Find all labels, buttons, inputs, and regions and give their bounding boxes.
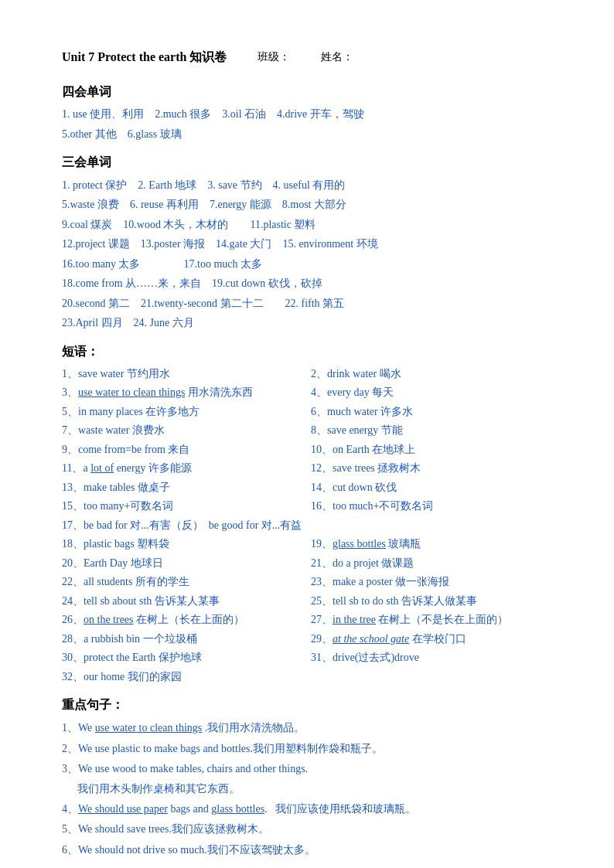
phrase-9-full: 17、be bad for 对...有害（反） be good for 对...… [62, 516, 560, 536]
phrase-13-left: 24、tell sb about sth 告诉某人某事 [62, 592, 311, 611]
phrase-16-right: 31、drive(过去式)drove [311, 648, 560, 668]
phrase-6-right: 12、save trees 拯救树木 [311, 459, 560, 478]
phrase-10-left: 18、plastic bags 塑料袋 [62, 535, 311, 554]
phrase-15-left: 28、a rubbish bin 一个垃圾桶 [62, 630, 311, 649]
three-words-line-1: 1. protect 保护 2. Earth 地球 3. save 节约 4. … [62, 176, 560, 196]
phrase-4-left: 7、waste water 浪费水 [62, 421, 311, 441]
sentence-5: 5、We should save trees.我们应该拯救树木。 [62, 819, 560, 839]
phrase-row-17: 32、our home 我们的家园 [62, 668, 560, 687]
phrase-11-right: 21、do a projet 做课题 [311, 554, 560, 574]
phrase-row-14: 26、on the trees 在树上（长在上面的） 27、in the tre… [62, 611, 560, 630]
phrase-1-right: 2、drink water 喝水 [311, 365, 560, 384]
phrase-row-7: 13、make tables 做桌子 14、cut down 砍伐 [62, 478, 560, 498]
phrase-8-left: 15、too many+可数名词 [62, 497, 311, 516]
phrase-17-left: 32、our home 我们的家园 [62, 668, 311, 687]
sentence-3-cont: 我们用木头制作桌椅和其它东西。 [77, 779, 560, 798]
sentence-6: 6、We should not drive so much.我们不应该驾驶太多。 [62, 840, 560, 859]
phrase-2-right: 4、every day 每天 [311, 383, 560, 403]
phrase-5-right: 10、on Earth 在地球上 [311, 441, 560, 460]
phrase-1-left: 1、save water 节约用水 [62, 365, 311, 384]
phrase-row-2: 3、use water to clean things 用水清洗东西 4、eve… [62, 383, 560, 403]
phrases-heading: 短语： [62, 341, 560, 362]
phrase-3-right: 6、much water 许多水 [311, 403, 560, 422]
phrase-16-left: 30、protect the Earth 保护地球 [62, 648, 311, 668]
sentence-4: 4、We should use paper bags and glass bot… [62, 799, 560, 819]
sentences-heading: 重点句子： [62, 694, 560, 715]
phrase-8-right: 16、too much+不可数名词 [311, 497, 560, 516]
page-title: Unit 7 Protect the earth 知识卷 班级： 姓名： [62, 46, 560, 67]
phrase-12-left: 22、all students 所有的学生 [62, 573, 311, 592]
phrase-row-1: 1、save water 节约用水 2、drink water 喝水 [62, 365, 560, 384]
phrase-row-6: 11、a lot of energy 许多能源 12、save trees 拯救… [62, 459, 560, 478]
phrase-11-left: 20、Earth Day 地球日 [62, 554, 311, 574]
phrase-6-left: 11、a lot of energy 许多能源 [62, 459, 311, 478]
phrase-17-right [311, 668, 560, 687]
three-words-line-6: 18.come from 从……来，来自 19.cut down 砍伐，砍掉 [62, 274, 560, 294]
phrase-row-4: 7、waste water 浪费水 8、save energy 节能 [62, 421, 560, 441]
key-sentences-section: 重点句子： 1、We use water to clean things .我们… [62, 694, 560, 859]
phrase-row-5: 9、come from=be from 来自 10、on Earth 在地球上 [62, 441, 560, 460]
four-words-line-2: 5.other 其他 6.glass 玻璃 [62, 125, 560, 145]
three-words-heading: 三会单词 [62, 151, 560, 172]
phrase-row-9: 17、be bad for 对...有害（反） be good for 对...… [62, 516, 560, 536]
phrase-row-11: 20、Earth Day 地球日 21、do a projet 做课题 [62, 554, 560, 574]
sentence-2: 2、We use plastic to make bags and bottle… [62, 739, 560, 758]
phrase-row-16: 30、protect the Earth 保护地球 31、drive(过去式)d… [62, 648, 560, 668]
phrase-row-15: 28、a rubbish bin 一个垃圾桶 29、at the school … [62, 630, 560, 649]
phrase-row-8: 15、too many+可数名词 16、too much+不可数名词 [62, 497, 560, 516]
three-words-line-7: 20.second 第二 21.twenty-second 第二十二 22. f… [62, 294, 560, 314]
four-words-line-1: 1. use 使用、利用 2.much 很多 3.oil 石油 4.drive … [62, 105, 560, 124]
title-text: Unit 7 Protect the earth 知识卷 [62, 46, 227, 67]
four-words-heading: 四会单词 [62, 81, 560, 102]
three-words-line-5: 16.too many 太多 17.too much 太多 [62, 255, 560, 274]
phrases-section: 短语： 1、save water 节约用水 2、drink water 喝水 3… [62, 341, 560, 687]
four-words-section: 四会单词 1. use 使用、利用 2.much 很多 3.oil 石油 4.d… [62, 81, 560, 144]
sentence-1: 1、We use water to clean things .我们用水清洗物品… [62, 718, 560, 737]
three-words-line-3: 9.coal 煤炭 10.wood 木头，木材的 11.plastic 塑料 [62, 216, 560, 235]
phrase-10-right: 19、glass bottles 玻璃瓶 [311, 535, 560, 554]
phrase-7-right: 14、cut down 砍伐 [311, 478, 560, 498]
phrase-row-3: 5、in many places 在许多地方 6、much water 许多水 [62, 403, 560, 422]
phrase-3-left: 5、in many places 在许多地方 [62, 403, 311, 422]
name-label: 姓名： [321, 48, 353, 66]
phrase-2-left: 3、use water to clean things 用水清洗东西 [62, 383, 311, 403]
class-label: 班级： [258, 48, 290, 66]
sentence-3: 3、We use wood to make tables, chairs and… [62, 759, 560, 778]
phrase-row-12: 22、all students 所有的学生 23、make a poster 做… [62, 573, 560, 592]
phrase-7-left: 13、make tables 做桌子 [62, 478, 311, 498]
phrase-15-right: 29、at the school gate 在学校门口 [311, 630, 560, 649]
phrase-row-13: 24、tell sb about sth 告诉某人某事 25、tell sb t… [62, 592, 560, 611]
three-words-line-2: 5.waste 浪费 6. reuse 再利用 7.energy 能源 8.mo… [62, 196, 560, 215]
phrase-5-left: 9、come from=be from 来自 [62, 441, 311, 460]
phrase-13-right: 25、tell sb to do sth 告诉某人做某事 [311, 592, 560, 611]
three-words-line-4: 12.project 课题 13.poster 海报 14.gate 大门 15… [62, 235, 560, 254]
phrase-row-10: 18、plastic bags 塑料袋 19、glass bottles 玻璃瓶 [62, 535, 560, 554]
phrase-12-right: 23、make a poster 做一张海报 [311, 573, 560, 592]
phrase-14-left: 26、on the trees 在树上（长在上面的） [62, 611, 311, 630]
three-words-section: 三会单词 1. protect 保护 2. Earth 地球 3. save 节… [62, 151, 560, 332]
phrase-4-right: 8、save energy 节能 [311, 421, 560, 441]
phrase-14-right: 27、in the tree 在树上（不是长在上面的） [311, 611, 560, 630]
three-words-line-8: 23.April 四月 24. June 六月 [62, 314, 560, 333]
